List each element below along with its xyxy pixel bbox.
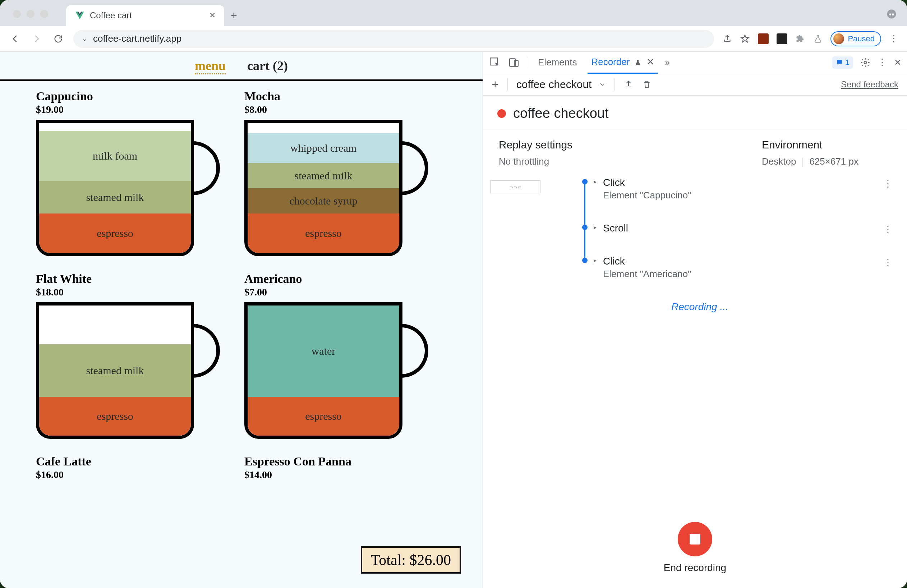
devtools-close-icon[interactable]: ✕	[894, 58, 901, 67]
nav-menu-link[interactable]: menu	[195, 58, 226, 74]
labs-flask-icon[interactable]	[813, 34, 822, 43]
tab-elements[interactable]: Elements	[534, 52, 580, 73]
coffee-layer	[39, 306, 191, 344]
tab-recorder[interactable]: Recorder ✕	[588, 52, 658, 74]
product-name: Americano	[244, 272, 445, 286]
coffee-layer: steamed milk	[248, 163, 399, 188]
product-name: Cafe Latte	[36, 455, 237, 468]
coffee-layer: espresso	[248, 397, 399, 436]
throttling-value[interactable]: No throttling	[499, 156, 762, 167]
svg-point-2	[892, 14, 894, 16]
step-subtitle: Element "Cappucino"	[603, 190, 891, 201]
traffic-minimize[interactable]	[27, 10, 35, 18]
environment-device: Desktop	[762, 156, 796, 167]
product-card[interactable]: Americano$7.00waterespresso	[244, 272, 445, 446]
bookmark-star-icon[interactable]	[740, 34, 750, 44]
coffee-layer: water	[248, 306, 399, 397]
end-recording-button[interactable]	[678, 522, 712, 556]
browser-tab[interactable]: Coffee cart ✕	[66, 5, 224, 26]
extension-icon-2[interactable]	[777, 34, 787, 44]
product-name: Espresso Con Panna	[244, 455, 445, 468]
step-menu-icon[interactable]: ⋮	[883, 178, 893, 189]
traffic-close[interactable]	[13, 10, 21, 18]
send-feedback-link[interactable]: Send feedback	[841, 79, 898, 90]
product-card[interactable]: Mocha$8.00whipped creamsteamed milkchoco…	[244, 90, 445, 263]
coffee-layer: espresso	[39, 213, 191, 253]
traffic-zoom[interactable]	[40, 10, 48, 18]
svg-point-0	[887, 10, 896, 19]
window-titlebar: Coffee cart ✕ +	[0, 0, 907, 26]
product-price: $16.00	[36, 469, 237, 481]
recording-selector[interactable]: coffee checkout	[516, 79, 606, 91]
coffee-mug[interactable]: steamed milkespresso	[36, 302, 223, 446]
recording-indicator-icon	[497, 109, 506, 118]
recording-title: coffee checkout	[513, 106, 608, 121]
devtools-menu-icon[interactable]: ⋮	[878, 57, 887, 68]
browser-menu-icon[interactable]: ⋮	[889, 33, 898, 44]
recording-status-label: Recording ...	[671, 301, 891, 313]
product-card[interactable]: Espresso Con Panna$14.00	[244, 455, 445, 481]
profile-paused-chip[interactable]: Paused	[830, 31, 881, 46]
recording-meta: Replay settings No throttling Environmen…	[483, 130, 907, 178]
url-text: coffee-cart.netlify.app	[93, 33, 181, 44]
expand-caret-icon[interactable]: ▸	[594, 178, 596, 185]
coffee-mug[interactable]: whipped creamsteamed milkchocolate syrup…	[244, 120, 431, 263]
svg-point-1	[889, 14, 891, 16]
product-name: Mocha	[244, 90, 445, 103]
product-card[interactable]: Flat White$18.00steamed milkespresso	[36, 272, 237, 446]
cart-total-chip[interactable]: Total: $26.00	[361, 546, 461, 574]
device-toggle-icon[interactable]	[508, 57, 520, 68]
new-recording-icon[interactable]: +	[492, 77, 499, 91]
extension-icon-1[interactable]	[758, 34, 769, 44]
expand-caret-icon[interactable]: ▸	[594, 224, 596, 231]
products-scroll[interactable]: Cappucino$19.00milk foamsteamed milkespr…	[0, 81, 482, 588]
coffee-layer: chocolate syrup	[248, 188, 399, 213]
coffee-layer: steamed milk	[39, 344, 191, 397]
recording-step[interactable]: ▸ClickElement "Americano"⋮	[582, 256, 891, 280]
product-card[interactable]: Cappucino$19.00milk foamsteamed milkespr…	[36, 90, 237, 263]
mug-handle	[191, 324, 220, 378]
replay-settings-heading: Replay settings	[499, 139, 762, 151]
step-dot-icon	[582, 258, 588, 263]
step-title: Click	[603, 256, 891, 267]
product-card[interactable]: Cafe Latte$16.00	[36, 455, 237, 481]
messages-badge[interactable]: 1	[832, 56, 853, 69]
step-menu-icon[interactable]: ⋮	[883, 257, 893, 268]
step-menu-icon[interactable]: ⋮	[883, 224, 893, 235]
new-tab-button[interactable]: +	[231, 10, 237, 22]
recording-step[interactable]: ▸ClickElement "Cappucino"⋮	[582, 178, 891, 201]
extensions-puzzle-icon[interactable]	[795, 34, 805, 44]
url-bar: ⌄ coffee-cart.netlify.app Paused ⋮	[0, 26, 907, 52]
coffee-layer: milk foam	[39, 131, 191, 181]
product-name: Flat White	[36, 272, 237, 286]
nav-back-button[interactable]	[9, 32, 22, 45]
url-field[interactable]: ⌄ coffee-cart.netlify.app	[73, 30, 714, 48]
step-subtitle: Element "Americano"	[603, 269, 891, 280]
step-title: Scroll	[603, 223, 891, 234]
product-price: $14.00	[244, 469, 445, 481]
app-nav: menu cart (2)	[0, 52, 482, 79]
nav-reload-button[interactable]	[52, 32, 65, 45]
recording-step[interactable]: ▸Scroll⋮	[582, 223, 891, 234]
tab-close-icon[interactable]: ✕	[646, 56, 654, 67]
share-icon[interactable]	[723, 34, 732, 43]
step-title: Click	[603, 178, 891, 188]
recording-steps[interactable]: ▭ ▭ ▭ ▸ClickElement "Cappucino"⋮▸Scroll⋮…	[483, 178, 907, 511]
more-tabs-icon[interactable]: »	[665, 58, 670, 67]
tab-title: Coffee cart	[90, 10, 132, 21]
nav-cart-link[interactable]: cart (2)	[247, 58, 288, 74]
incognito-icon	[886, 9, 897, 19]
nav-forward-button[interactable]	[30, 32, 43, 45]
site-info-chevron-icon[interactable]: ⌄	[82, 35, 87, 43]
settings-gear-icon[interactable]	[860, 58, 870, 67]
mug-handle	[400, 324, 428, 378]
coffee-mug[interactable]: milk foamsteamed milkespresso	[36, 120, 223, 263]
tab-close-icon[interactable]: ✕	[209, 11, 216, 20]
inspect-element-icon[interactable]	[489, 56, 501, 69]
delete-icon[interactable]	[642, 80, 652, 89]
export-icon[interactable]	[623, 79, 633, 90]
divider	[527, 57, 527, 68]
expand-caret-icon[interactable]: ▸	[594, 257, 596, 264]
coffee-mug[interactable]: waterespresso	[244, 302, 431, 446]
coffee-layer: whipped cream	[248, 133, 399, 163]
